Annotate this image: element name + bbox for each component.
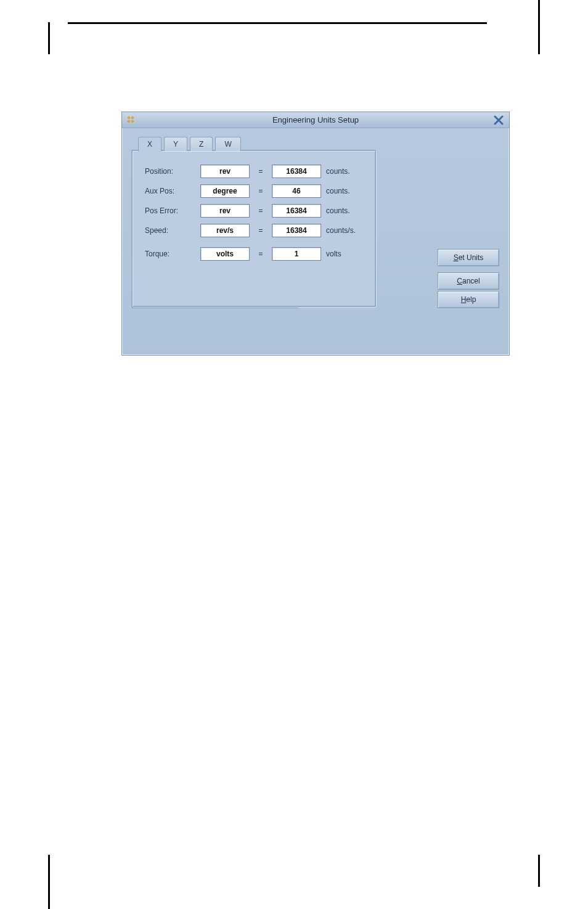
position-suffix: counts.	[326, 167, 369, 176]
auxpos-unit-input[interactable]	[200, 184, 250, 198]
speed-suffix: counts/s.	[326, 226, 369, 235]
dialog-body: X Y Z W Position: = counts. Aux Pos: = c…	[122, 128, 509, 317]
position-unit-input[interactable]	[200, 165, 250, 178]
auxpos-value-input[interactable]	[272, 184, 321, 198]
torque-value-input[interactable]	[272, 247, 321, 261]
position-value-input[interactable]	[272, 165, 321, 178]
poserror-unit-input[interactable]	[200, 204, 250, 218]
poserror-value-input[interactable]	[272, 204, 321, 218]
cancel-button[interactable]: Cancel	[438, 272, 499, 290]
label-speed: Speed:	[145, 226, 195, 235]
label-poserror: Pos Error:	[145, 206, 195, 215]
equals-sign: =	[255, 187, 267, 195]
poserror-suffix: counts.	[326, 206, 369, 215]
side-button-group: Set Units Cancel	[438, 249, 499, 290]
row-poserror: Pos Error: = counts.	[145, 204, 364, 218]
equals-sign: =	[255, 206, 267, 215]
svg-rect-2	[127, 120, 131, 123]
tab-x[interactable]: X	[138, 137, 161, 152]
tab-z[interactable]: Z	[190, 137, 213, 151]
equals-sign: =	[255, 250, 267, 258]
crop-mark	[48, 855, 50, 909]
tab-y[interactable]: Y	[164, 137, 187, 151]
engineering-units-dialog: Engineering Units Setup X Y Z W Position…	[121, 112, 510, 356]
set-units-button[interactable]: Set Units	[438, 249, 499, 266]
row-position: Position: = counts.	[145, 165, 364, 178]
app-icon	[126, 115, 137, 126]
auxpos-suffix: counts.	[326, 187, 369, 195]
label-auxpos: Aux Pos:	[145, 187, 195, 195]
axis-tabs: X Y Z W	[138, 137, 499, 151]
svg-rect-3	[131, 120, 134, 123]
title-bar[interactable]: Engineering Units Setup	[122, 112, 509, 128]
dialog-title: Engineering Units Setup	[272, 115, 359, 124]
svg-rect-0	[127, 116, 131, 120]
tab-w[interactable]: W	[215, 137, 240, 151]
close-button[interactable]	[492, 113, 505, 127]
crop-mark	[538, 855, 540, 887]
units-panel: Position: = counts. Aux Pos: = counts. P…	[132, 150, 376, 307]
row-auxpos: Aux Pos: = counts.	[145, 184, 364, 198]
row-torque: Torque: = volts	[145, 247, 364, 261]
torque-unit-input[interactable]	[200, 247, 250, 261]
torque-suffix: volts	[326, 250, 369, 258]
equals-sign: =	[255, 167, 267, 176]
row-speed: Speed: = counts/s.	[145, 224, 364, 237]
crop-mark	[68, 22, 487, 24]
equals-sign: =	[255, 226, 267, 235]
speed-unit-input[interactable]	[200, 224, 250, 237]
speed-value-input[interactable]	[272, 224, 321, 237]
svg-rect-1	[131, 116, 134, 120]
label-torque: Torque:	[145, 250, 195, 258]
crop-mark	[48, 22, 50, 54]
help-button[interactable]: Help	[438, 291, 499, 308]
crop-mark	[538, 0, 540, 54]
label-position: Position:	[145, 167, 195, 176]
